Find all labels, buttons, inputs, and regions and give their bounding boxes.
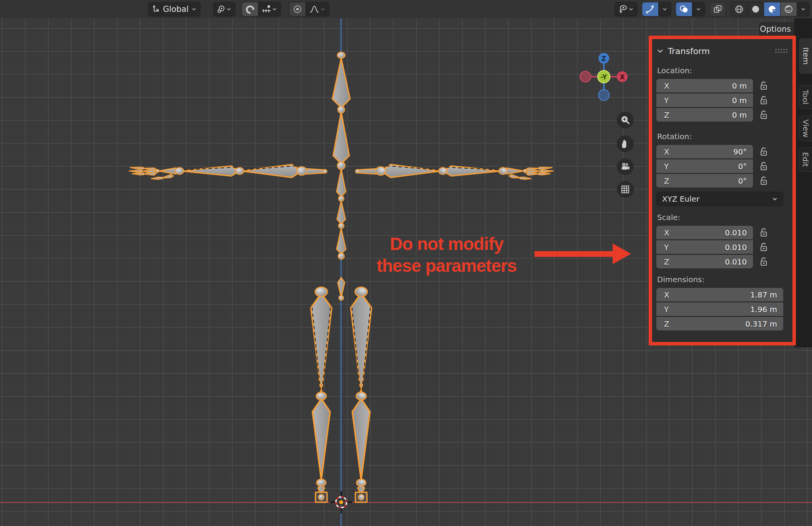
gizmo-neg-y-label: -Y: [601, 73, 608, 81]
gizmo-x-label: X: [620, 73, 625, 81]
shading-rendered-button[interactable]: [780, 2, 797, 16]
proportional-editing-icon: [293, 4, 302, 14]
shading-solid-icon: [751, 4, 761, 14]
annotation-text: Do not modify these parameters: [357, 233, 537, 277]
camera-view-button[interactable]: [617, 158, 634, 175]
location-label: Location:: [657, 66, 788, 75]
lock-icon[interactable]: [759, 81, 769, 91]
rotation-y-field[interactable]: Y 0°: [656, 159, 753, 173]
field-value: 0 m: [732, 110, 747, 120]
axis-label: Y: [664, 162, 669, 171]
gizmo-neg-z-ball[interactable]: [598, 90, 609, 100]
panel-collapse-chevron-icon[interactable]: [656, 47, 664, 55]
annotation-line1: Do not modify: [357, 233, 537, 255]
scale-x-field[interactable]: X 0.010: [656, 226, 753, 239]
gizmo-neg-x-ball[interactable]: [580, 71, 591, 82]
chevron-down-icon: [662, 6, 668, 12]
field-value: 0 m: [732, 81, 747, 90]
gizmos-toggle-button[interactable]: [642, 2, 658, 16]
left-arm-bones[interactable]: [129, 164, 327, 179]
pivot-point-dropdown[interactable]: [213, 2, 235, 16]
location-y-field[interactable]: Y 0 m: [656, 94, 753, 107]
gizmos-toggle-icon: [645, 4, 655, 14]
rotation-z-field[interactable]: Z 0°: [656, 174, 753, 187]
axis-label: X: [664, 81, 669, 90]
snapping-group: [242, 2, 281, 16]
sidebar-tab-tool[interactable]: Tool: [799, 85, 812, 109]
rotation-mode-value: XYZ Euler: [662, 194, 699, 204]
gizmos-group: [642, 2, 671, 16]
rotation-mode-dropdown[interactable]: XYZ Euler: [656, 192, 783, 206]
field-value: 90°: [733, 147, 747, 156]
snap-settings-dropdown[interactable]: [258, 2, 281, 16]
spine-bones[interactable]: [332, 52, 350, 300]
sidebar-tab-item[interactable]: Item: [799, 38, 812, 74]
axis-label: X: [664, 290, 669, 299]
visibility-dropdown[interactable]: [615, 2, 638, 16]
pivot-point-icon: [217, 5, 226, 14]
lock-icon[interactable]: [759, 110, 769, 120]
overlays-dropdown[interactable]: [692, 2, 705, 16]
right-arm-bones[interactable]: [355, 164, 554, 179]
scale-z-field[interactable]: Z 0.010: [656, 255, 753, 268]
shading-dropdown[interactable]: [797, 2, 809, 16]
lock-icon[interactable]: [759, 161, 769, 172]
location-x-field[interactable]: X 0 m: [656, 79, 753, 92]
gizmo-z-label: Z: [602, 55, 606, 62]
left-leg-bones[interactable]: [311, 287, 332, 502]
dimensions-z-field[interactable]: Z 0.317 m: [656, 317, 783, 330]
sidebar-tab-edit[interactable]: Edit: [799, 147, 812, 172]
lock-icon[interactable]: [759, 95, 769, 106]
dimensions-x-field[interactable]: X 1.87 m: [656, 288, 783, 301]
annotation-line2: these parameters: [357, 255, 537, 277]
chevron-down-icon: [191, 6, 197, 12]
scale-label: Scale:: [657, 213, 788, 222]
shading-material-button[interactable]: [764, 2, 780, 16]
sidebar-tab-view[interactable]: View: [799, 116, 812, 141]
location-z-field[interactable]: Z 0 m: [656, 108, 753, 122]
lock-icon[interactable]: [759, 227, 769, 238]
proportional-edit-group: [289, 2, 329, 16]
field-value: 1.96 m: [750, 305, 777, 314]
dimensions-y-field[interactable]: Y 1.96 m: [656, 302, 783, 316]
proportional-edit-toggle[interactable]: [289, 2, 306, 16]
chevron-down-icon: [226, 6, 232, 12]
scale-y-field[interactable]: Y 0.010: [656, 240, 753, 254]
rotation-fields: X 90° Y 0° Z 0°: [656, 145, 788, 187]
zoom-button[interactable]: [617, 112, 634, 128]
transform-orientation-dropdown[interactable]: Global: [148, 2, 201, 16]
pan-button[interactable]: [617, 135, 634, 152]
field-value: 0.010: [725, 257, 747, 266]
right-leg-bones[interactable]: [351, 287, 371, 502]
shading-solid-button[interactable]: [747, 2, 764, 16]
3d-cursor: [330, 491, 352, 513]
transform-orientation-icon: [151, 5, 161, 14]
chevron-down-icon: [695, 6, 702, 12]
gizmos-dropdown[interactable]: [658, 2, 671, 16]
field-value: 0.317 m: [745, 319, 777, 329]
lock-icon[interactable]: [759, 242, 769, 253]
rotation-x-field[interactable]: X 90°: [656, 145, 753, 158]
xray-toggle-button[interactable]: [709, 2, 726, 16]
orientation-label: Global: [161, 5, 191, 14]
shading-wireframe-button[interactable]: [731, 2, 747, 16]
orthographic-toggle-button[interactable]: [617, 181, 634, 198]
dimensions-label: Dimensions:: [657, 275, 788, 284]
axis-label: X: [664, 147, 669, 156]
lock-icon[interactable]: [759, 256, 769, 267]
axis-label: X: [664, 228, 669, 237]
overlays-toggle-button[interactable]: [676, 2, 692, 16]
falloff-dropdown[interactable]: [306, 2, 329, 16]
overlays-group: [676, 2, 705, 16]
show-gizmo-eye-icon: [618, 4, 628, 14]
chevron-down-icon: [771, 196, 778, 202]
lock-icon[interactable]: [759, 146, 769, 157]
snap-toggle-button[interactable]: [242, 2, 258, 16]
navigation-gizmo[interactable]: Z X -Y: [577, 50, 631, 104]
scale-fields: X 0.010 Y 0.010 Z 0.010: [656, 226, 788, 268]
axis-label: Z: [664, 319, 669, 329]
lock-icon[interactable]: [759, 176, 769, 186]
axis-label: Z: [664, 176, 669, 186]
panel-drag-handle-icon[interactable]: [774, 48, 788, 54]
overlays-toggle-icon: [679, 4, 689, 14]
